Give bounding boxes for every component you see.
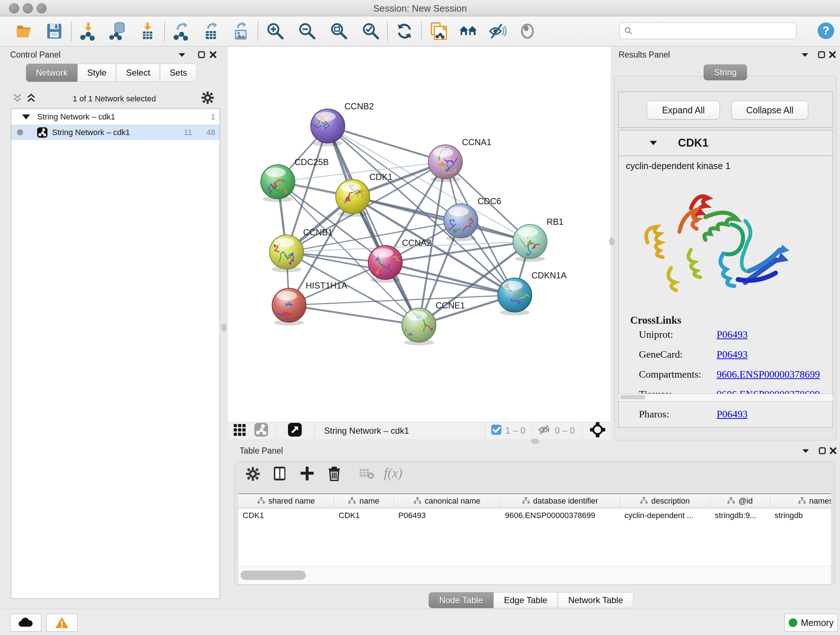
table-hscrollbar[interactable]: [238, 566, 831, 584]
node-CDK1[interactable]: CDK1: [336, 172, 393, 214]
right-splitter-handle[interactable]: [609, 238, 614, 245]
tab-network[interactable]: Network: [26, 64, 77, 82]
delete-column-trash-icon[interactable]: [327, 466, 341, 483]
results-scrollbar-thumb[interactable]: [620, 395, 645, 399]
tab-node-table[interactable]: Node Table: [429, 592, 493, 608]
network-tree-collection[interactable]: String Network – cdk11: [11, 109, 219, 125]
node-RB1[interactable]: RB1: [513, 217, 564, 258]
crosslink-link[interactable]: P06493: [717, 409, 748, 420]
edge-CCNB2-CCNE1[interactable]: [328, 126, 419, 325]
memory-button[interactable]: Memory: [784, 614, 838, 632]
network-tree-network[interactable]: String Network – cdk11148: [11, 125, 219, 140]
open-in-window-icon[interactable]: [287, 423, 302, 439]
table-gear-icon[interactable]: [246, 467, 260, 483]
close-panel-icon[interactable]: [829, 447, 837, 456]
string-home-icon[interactable]: [458, 21, 478, 41]
crosslink-link[interactable]: 9606.ENSP00000378699: [717, 369, 820, 380]
save-session-icon[interactable]: [44, 21, 65, 41]
tab-select[interactable]: Select: [116, 64, 160, 82]
collapse-entry-icon[interactable]: [649, 140, 658, 146]
node-HIST1H1A[interactable]: HIST1H1A: [272, 280, 347, 322]
export-network-icon[interactable]: [172, 21, 192, 41]
node-CDKN1A[interactable]: CDKN1A: [498, 271, 567, 312]
left-splitter-handle[interactable]: [221, 324, 226, 332]
import-network-database-icon[interactable]: [108, 21, 128, 41]
center-view-target-icon[interactable]: [590, 422, 606, 440]
network-options-gear-icon[interactable]: [201, 91, 214, 106]
crosslink-link[interactable]: P06493: [717, 348, 748, 360]
zoom-out-icon[interactable]: [297, 21, 317, 41]
zoom-selected-icon[interactable]: [360, 21, 381, 41]
network-canvas[interactable]: CCNB2CCNA1CDC25BCDK1CDC6RB1CCNB1CCNA2CDK…: [228, 47, 611, 422]
collapse-all-button[interactable]: Collapse All: [731, 101, 808, 119]
column-header-name[interactable]: name: [334, 494, 394, 508]
column-header-database-identifier[interactable]: database identifier: [501, 494, 620, 508]
expand-all-button[interactable]: Expand All: [647, 101, 720, 119]
tree-count: 48: [196, 128, 215, 137]
tab-sets[interactable]: Sets: [160, 64, 197, 82]
maximize-panel-icon[interactable]: [818, 447, 826, 456]
network-share-icon[interactable]: [254, 423, 268, 439]
select-columns-icon[interactable]: [272, 466, 287, 483]
results-scrollbar[interactable]: [618, 394, 833, 402]
table-cell[interactable]: P06493: [394, 508, 501, 523]
bottom-splitter-handle[interactable]: [531, 439, 539, 444]
hidden-eye-slash-icon[interactable]: [538, 424, 551, 437]
zoom-in-icon[interactable]: [265, 21, 285, 41]
tab-network-table[interactable]: Network Table: [558, 592, 634, 608]
import-network-file-icon[interactable]: [78, 21, 98, 41]
hide-panel-eye-icon[interactable]: [488, 21, 508, 41]
table-cell[interactable]: cyclin-dependent ...: [620, 508, 711, 523]
table-cell[interactable]: stringdb:9...: [711, 508, 770, 523]
add-column-icon[interactable]: [300, 466, 314, 483]
share-document-icon[interactable]: [428, 21, 448, 41]
column-header-shared-name[interactable]: shared name: [238, 494, 334, 508]
tab-style[interactable]: Style: [77, 64, 116, 82]
column-header-description[interactable]: description: [620, 494, 711, 508]
table-hscrollbar-thumb[interactable]: [240, 570, 306, 580]
warnings-button[interactable]: [46, 614, 77, 632]
help-button[interactable]: ?: [817, 22, 835, 41]
node-CCNE1[interactable]: CCNE1: [402, 301, 465, 342]
tab-string[interactable]: String: [704, 65, 747, 80]
birdseye-grid-icon[interactable]: [233, 423, 248, 439]
maximize-panel-icon[interactable]: [197, 51, 205, 60]
expand-all-nets-icon[interactable]: [26, 93, 36, 105]
float-panel-icon[interactable]: [178, 52, 186, 59]
search-box[interactable]: [619, 22, 797, 39]
import-table-file-icon[interactable]: [137, 21, 158, 41]
maximize-panel-icon[interactable]: [818, 51, 826, 60]
node-CCNA1[interactable]: CCNA1: [428, 137, 491, 179]
close-panel-icon[interactable]: [209, 51, 217, 60]
crosslink-link[interactable]: P06493: [717, 329, 748, 340]
table-row[interactable]: CDK1CDK1P064939606.ENSP00000378699cyclin…: [238, 508, 831, 523]
float-panel-icon[interactable]: [801, 52, 809, 59]
edge-CDK1-RB1[interactable]: [353, 196, 530, 241]
collapse-all-nets-icon[interactable]: [12, 93, 22, 105]
table-cell[interactable]: 9606.ENSP00000378699: [501, 508, 620, 523]
cloud-icon: [18, 617, 34, 628]
edge-CCNB2-CCNA1[interactable]: [328, 126, 445, 162]
search-input[interactable]: [633, 26, 792, 36]
refresh-icon[interactable]: [394, 21, 415, 41]
selected-checkbox-icon[interactable]: [491, 424, 502, 437]
column-header-@id[interactable]: @id: [711, 494, 770, 508]
column-header-namespace[interactable]: namespace: [770, 494, 831, 508]
zoom-fit-icon[interactable]: [328, 21, 349, 41]
export-table-icon[interactable]: [201, 21, 221, 41]
table-cell[interactable]: CDK1: [238, 508, 334, 523]
tab-edge-table[interactable]: Edge Table: [493, 592, 558, 608]
show-panel-eye-icon[interactable]: [517, 21, 538, 41]
table-cell[interactable]: CDK1: [334, 508, 394, 523]
table-cell[interactable]: stringdb: [770, 508, 831, 523]
edge-CDKN1A-HIST1H1A[interactable]: [289, 295, 515, 305]
cloud-button[interactable]: [10, 614, 41, 632]
column-header-canonical-name[interactable]: canonical name: [394, 494, 501, 508]
node-CDC25B[interactable]: CDC25B: [261, 157, 329, 199]
open-session-icon[interactable]: [14, 21, 35, 41]
close-panel-icon[interactable]: [829, 51, 836, 60]
result-entry-header[interactable]: CDK1: [619, 130, 833, 156]
expander-icon[interactable]: [22, 114, 30, 119]
export-image-icon[interactable]: [231, 21, 251, 41]
float-panel-icon[interactable]: [802, 448, 810, 455]
